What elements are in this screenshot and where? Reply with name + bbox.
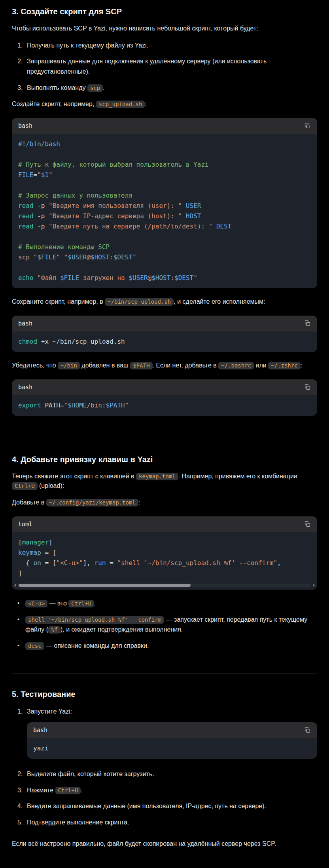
bullet-marker: • [17,598,19,608]
list-item-text: shell '~/bin/scp_upload.sh %f' --confirm… [25,616,307,633]
code-block-content: yazi [27,738,317,759]
list-item: 4. Введите запрашиваемые данные (имя пол… [17,801,317,811]
list-item-text: <C-u> — это Ctrl+U. [25,600,96,607]
bullet-marker: • [17,641,19,650]
code-language-label: bash [18,384,32,391]
copy-icon [304,123,310,129]
list-number: 3. [17,83,23,93]
list-item-text: desc — описание команды для справки. [25,642,149,649]
list-number: 4. [17,801,23,811]
list-item-text: Подтвердите выполнение скрипта. [27,819,129,826]
inline-code: keymap.toml [136,473,178,480]
assistant-message: 3. Создайте скрипт для SCP Чтобы использ… [12,6,317,849]
section-3-intro: Чтобы использовать SCP в Yazi, нужно нап… [12,24,317,34]
list-item: 3. Выполнять команду scp. [17,83,317,93]
list-number: 2. [17,56,23,67]
copy-icon [304,727,310,733]
list-item-text: Получать путь к текущему файлу из Yazi. [27,42,148,49]
code-block-keymap-toml: toml [manager]keymap = [ { on = ["<C-u>"… [12,516,317,590]
list-item-text: Выполнять команду scp. [27,84,105,91]
list-item: • desc — описание команды для справки. [17,641,317,651]
inline-code: Ctrl+U [12,482,38,490]
code-block-content: #!/bin/bash # Путь к файлу, который выбр… [12,134,317,288]
inline-code: Ctrl+U [68,600,94,607]
list-number: 1. [17,40,23,51]
list-item: 3. Нажмите Ctrl+U. [17,785,317,796]
horizontal-scrollbar[interactable] [13,582,316,588]
section-4-intro: Теперь свяжите этот скрипт с клавишей в … [12,472,317,491]
inline-code: scp_upload.sh [96,101,145,108]
add-to-keymap-line: Добавьте в ~/.config/yazi/keymap.toml: [12,498,317,508]
list-item-text: Нажмите Ctrl+U. [27,787,83,794]
list-item-text: Запрашивать данные для подключения к уда… [27,58,267,75]
code-block-header: bash [12,118,317,134]
list-number: 5. [17,817,23,828]
list-item: • shell '~/bin/scp_upload.sh %f' --confi… [17,615,317,635]
code-block-header: bash [12,316,317,331]
section-4-heading: 4. Добавьте привязку клавиш в Yazi [12,454,317,464]
inline-code: ~/bin/scp_upload.sh [105,298,174,306]
code-language-label: bash [18,320,32,327]
inline-code: desc [25,642,44,650]
copy-icon [304,521,310,527]
inline-code: ~/.bashrc [218,362,254,369]
copy-icon [304,320,310,326]
code-block-yazi: bash yazi [27,722,317,759]
copy-code-button[interactable] [303,383,312,391]
section-5-outro: Если всё настроено правильно, файл будет… [12,839,317,849]
copy-code-button[interactable] [303,319,312,327]
section-3-heading: 3. Создайте скрипт для SCP [12,6,317,17]
list-item: 2. Запрашивать данные для подключения к … [17,56,317,76]
section-5-steps-list: 1. Запустите Yazi: bash yazi 2. Выделите… [12,706,317,827]
code-block-scp-script: bash #!/bin/bash # Путь к файлу, который… [12,118,317,288]
inline-code: ~/.zshrc [268,362,300,369]
list-number: 1. [17,706,23,717]
section-divider [12,439,317,439]
path-check-line: Убедитесь, что ~/bin добавлен в ваш $PAT… [12,361,317,371]
list-number: 2. [17,769,23,779]
create-script-line: Создайте скрипт, например, scp_upload.sh… [12,99,317,109]
inline-code: $PATH [130,362,152,369]
inline-code: shell '~/bin/scp_upload.sh %f' --confirm [25,616,164,624]
copy-code-button[interactable] [303,726,312,734]
section-4-bullet-list: • <C-u> — это Ctrl+U. • shell '~/bin/scp… [12,598,317,651]
inline-code: ~/bin [58,362,80,369]
code-language-label: bash [18,122,32,129]
code-block-chmod: bash chmod +x ~/bin/scp_upload.sh [12,316,317,352]
inline-code: %f [48,626,61,634]
code-block-export-path: bash export PATH="$HOME/bin:$PATH" [12,379,317,416]
list-item-text: Запустите Yazi: [27,708,72,715]
code-block-header: toml [12,516,317,532]
list-number: 3. [17,785,23,796]
copy-code-button[interactable] [303,122,312,130]
copy-icon [304,384,310,390]
list-item: 2. Выделите файл, который хотите загрузи… [17,769,317,779]
list-item-text: Выделите файл, который хотите загрузить. [27,771,154,777]
list-item: • <C-u> — это Ctrl+U. [17,598,317,609]
code-block-content: [manager]keymap = [ { on = ["<C-u>"], ru… [12,532,317,582]
section-5-heading: 5. Тестирование [12,689,317,699]
scroll-right-arrow-icon[interactable] [313,584,315,587]
code-block-content: export PATH="$HOME/bin:$PATH" [12,395,317,416]
list-item: 5. Подтвердите выполнение скрипта. [17,817,317,828]
list-item-text: Введите запрашиваемые данные (имя пользо… [27,803,266,809]
save-script-line: Сохраните скрипт, например, в ~/bin/scp_… [12,297,317,307]
code-language-label: toml [18,521,32,528]
list-item: 1. Получать путь к текущему файлу из Yaz… [17,40,317,51]
inline-code: scp [87,84,103,92]
inline-code: <C-u> [25,600,47,607]
copy-code-button[interactable] [303,520,312,528]
code-block-header: bash [27,722,317,738]
code-block-content: chmod +x ~/bin/scp_upload.sh [12,331,317,352]
section-3-steps-list: 1. Получать путь к текущему файлу из Yaz… [12,40,317,93]
list-item: 1. Запустите Yazi: bash yazi [17,706,317,759]
bullet-marker: • [17,615,19,624]
scrollbar-thumb[interactable] [19,584,191,587]
inline-code: ~/.config/yazi/keymap.toml [46,499,138,506]
code-language-label: bash [33,725,47,735]
inline-code: Ctrl+U [55,787,81,794]
code-block-header: bash [12,379,317,395]
section-divider [12,674,317,674]
scroll-left-arrow-icon[interactable] [14,584,16,587]
